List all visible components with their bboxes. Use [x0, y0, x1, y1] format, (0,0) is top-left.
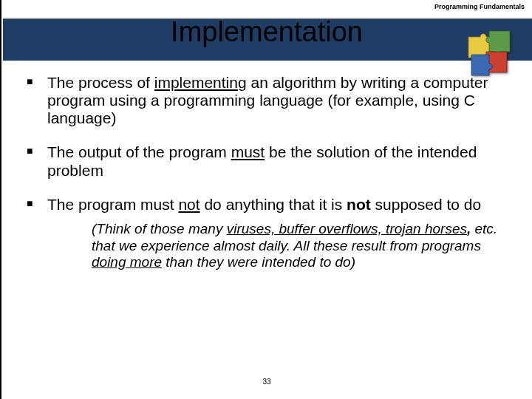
- header-label: Programming Fundamentals: [434, 3, 525, 10]
- bold-text: not: [347, 196, 371, 213]
- bullet-list: The process of implementing an algorithm…: [27, 74, 510, 271]
- sub-note: (Think of those many viruses, buffer ove…: [92, 221, 510, 271]
- page-number: 33: [1, 378, 532, 386]
- slide: Programming Fundamentals Implementation …: [0, 0, 532, 399]
- bullet-1: The process of implementing an algorithm…: [27, 74, 510, 127]
- bullet-3: The program must not do anything that it…: [27, 196, 510, 272]
- underlined-text: doing more: [92, 254, 162, 270]
- underlined-text: viruses, buffer overflows, trojan horses: [227, 221, 467, 236]
- underlined-text: must: [231, 143, 265, 160]
- text: than they were intended to do): [162, 254, 355, 270]
- text: supposed to do: [371, 196, 481, 213]
- text: The output of the program: [47, 143, 231, 160]
- slide-title: Implementation: [1, 16, 532, 48]
- text: (Think of those many: [92, 221, 227, 236]
- bullet-2: The output of the program must be the so…: [27, 143, 510, 179]
- underlined-text: not: [178, 196, 200, 213]
- underlined-text: implementing: [154, 74, 247, 91]
- content-area: The process of implementing an algorithm…: [27, 74, 510, 287]
- text: do anything that it is: [200, 196, 347, 213]
- text: The program must: [47, 196, 178, 213]
- text: The process of: [47, 74, 154, 91]
- puzzle-icon: [460, 22, 519, 81]
